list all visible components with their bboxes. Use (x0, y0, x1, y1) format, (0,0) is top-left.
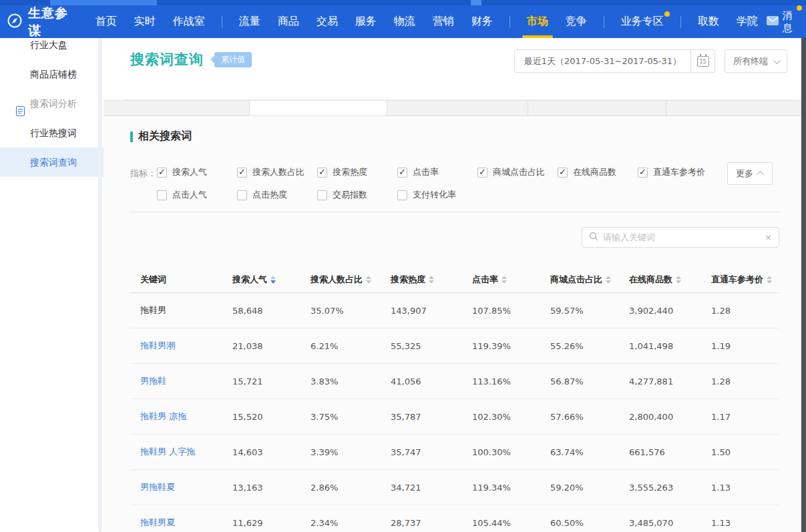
sort-icon[interactable] (429, 276, 434, 284)
value-cell: 2,800,400 (619, 412, 701, 422)
nav-item-服务[interactable]: 服务 (355, 15, 377, 29)
column-header-搜索人气[interactable]: 搜索人气 (222, 274, 300, 286)
keyword-cell[interactable]: 男拖鞋夏 (130, 481, 222, 493)
tab-placeholder-4[interactable] (528, 101, 667, 115)
nav-item-作战室[interactable]: 作战室 (173, 15, 205, 29)
tab-placeholder-2[interactable] (250, 101, 387, 115)
metric-label: 搜索人数占比 (252, 166, 305, 178)
nav-item-业务专区[interactable]: 业务专区 (621, 15, 664, 29)
tab-placeholder-1[interactable] (104, 101, 250, 115)
value-cell: 143,907 (381, 306, 462, 316)
keyword-cell[interactable]: 拖鞋男夏 (130, 517, 222, 529)
nav-item-交易[interactable]: 交易 (317, 15, 338, 29)
nav-item-竞争[interactable]: 竞争 (566, 15, 587, 29)
value-cell: 102.30% (462, 412, 540, 422)
metric-checkbox-点击热度[interactable]: 点击热度 (237, 189, 317, 201)
nav-item-实时[interactable]: 实时 (134, 15, 156, 29)
value-cell: 35,787 (381, 412, 462, 422)
column-header-label: 商城点击占比 (550, 274, 602, 286)
checkbox-unchecked-icon[interactable] (237, 190, 247, 200)
more-button[interactable]: 更多 (727, 162, 773, 185)
metric-checkbox-点击人气[interactable]: 点击人气 (157, 189, 237, 201)
nav-item-首页[interactable]: 首页 (95, 15, 117, 29)
sidebar-item-行业大盘[interactable]: 行业大盘 (0, 38, 104, 59)
checkbox-checked-icon[interactable] (237, 168, 247, 178)
nav-item-学院[interactable]: 学院 (737, 15, 758, 29)
column-header-直通车参考价[interactable]: 直通车参考价 (701, 274, 779, 286)
metric-checkbox-搜索热度[interactable]: 搜索热度 (317, 166, 397, 178)
metric-checkbox-在线商品数[interactable]: 在线商品数 (558, 166, 638, 178)
checkbox-unchecked-icon[interactable] (157, 190, 167, 200)
checkbox-checked-icon[interactable] (558, 168, 568, 178)
sort-icon[interactable] (501, 276, 507, 284)
column-header-label: 搜索人数占比 (311, 274, 363, 286)
search-input[interactable] (603, 232, 760, 242)
checkbox-checked-icon[interactable] (157, 168, 167, 178)
metric-checkbox-直通车参考价[interactable]: 直通车参考价 (638, 166, 718, 178)
sort-icon[interactable] (606, 276, 611, 284)
sort-icon[interactable] (767, 276, 772, 284)
sidebar-item-商品店铺榜[interactable]: 商品店铺榜 (0, 59, 104, 89)
checkbox-unchecked-icon[interactable] (397, 190, 407, 200)
checkbox-checked-icon[interactable] (397, 168, 407, 178)
nav-item-商品[interactable]: 商品 (278, 15, 299, 29)
nav-item-物流[interactable]: 物流 (394, 15, 415, 29)
column-header-商城点击占比[interactable]: 商城点击占比 (540, 274, 619, 286)
metric-checkbox-商城点击占比[interactable]: 商城点击占比 (477, 166, 558, 178)
nav-item-财务[interactable]: 财务 (471, 15, 493, 29)
keyword-cell[interactable]: 拖鞋男 人字拖 (130, 446, 222, 458)
nav-items: 首页实时作战室流量商品交易服务物流营销财务市场竞争业务专区取数学院 (87, 15, 767, 29)
cumulative-value-badge: 累计值 (214, 52, 252, 67)
keyword-cell[interactable]: 男拖鞋 (130, 375, 222, 387)
metric-checkbox-支付转化率[interactable]: 支付转化率 (397, 189, 477, 201)
column-header-label: 在线商品数 (629, 274, 672, 286)
sort-icon[interactable] (366, 276, 371, 284)
checkbox-checked-icon[interactable] (317, 168, 327, 178)
value-cell: 6.21% (300, 341, 381, 351)
calendar-icon: 15 (697, 56, 709, 67)
checkbox-checked-icon[interactable] (638, 168, 648, 178)
column-header-label: 直通车参考价 (711, 274, 763, 286)
nav-item-取数[interactable]: 取数 (698, 15, 719, 29)
value-cell: 4,277,881 (619, 376, 701, 386)
page-scrollbar[interactable] (801, 38, 806, 532)
tab-strip (104, 100, 806, 116)
column-header-搜索热度[interactable]: 搜索热度 (381, 274, 462, 286)
sidebar-item-搜索词查询[interactable]: 搜索词查询 (0, 148, 104, 177)
table-row: 拖鞋男夏11,6292.34%28,737105.44%60.50%3,485,… (130, 505, 779, 532)
nav-item-市场[interactable]: 市场 (527, 15, 548, 29)
nav-separator (510, 16, 510, 28)
keyword-cell[interactable]: 拖鞋男潮 (130, 340, 222, 352)
value-cell: 1.28 (701, 376, 779, 386)
value-cell: 57.66% (540, 412, 619, 422)
clear-search-icon[interactable]: × (765, 232, 772, 242)
column-header-点击率[interactable]: 点击率 (462, 274, 540, 286)
date-range-picker[interactable]: 最近1天（2017-05-31~2017-05-31） 15 (514, 49, 715, 73)
checkbox-unchecked-icon[interactable] (317, 190, 327, 200)
value-cell: 63.74% (540, 447, 619, 457)
column-header-在线商品数[interactable]: 在线商品数 (619, 274, 701, 286)
column-header-搜索人数占比[interactable]: 搜索人数占比 (300, 274, 381, 286)
table-row: 男拖鞋15,7213.83%41,056113.16%56.87%4,277,8… (130, 364, 779, 399)
nav-item-营销[interactable]: 营销 (433, 15, 454, 29)
calendar-button[interactable]: 15 (690, 50, 715, 72)
sort-icon[interactable] (270, 276, 276, 284)
terminal-dropdown[interactable]: 所有终端 (725, 49, 787, 73)
nav-item-流量[interactable]: 流量 (239, 15, 260, 29)
main-content: 搜索词查询 累计值 最近1天（2017-05-31~2017-05-31） 15… (104, 38, 806, 532)
sort-icon[interactable] (676, 276, 681, 284)
metric-checkbox-搜索人气[interactable]: 搜索人气 (157, 166, 237, 178)
keyword-cell[interactable]: 拖鞋男 凉拖 (130, 411, 222, 423)
table-row: 拖鞋男潮21,0386.21%55,325119.39%55.26%1,041,… (130, 328, 779, 364)
metric-checkbox-点击率[interactable]: 点击率 (397, 166, 477, 178)
value-cell: 15,721 (222, 376, 300, 386)
messages-button[interactable]: 消息 (767, 9, 797, 35)
metric-checkbox-搜索人数占比[interactable]: 搜索人数占比 (237, 166, 317, 178)
value-cell: 60.50% (540, 518, 619, 528)
tab-placeholder-3[interactable] (387, 101, 528, 115)
sidebar-scrollbar[interactable] (98, 38, 102, 532)
metric-checkbox-交易指数[interactable]: 交易指数 (317, 189, 397, 201)
tab-placeholder-5[interactable] (666, 101, 805, 115)
checkbox-checked-icon[interactable] (477, 168, 487, 178)
brand[interactable]: 生意参谋 (7, 5, 69, 39)
